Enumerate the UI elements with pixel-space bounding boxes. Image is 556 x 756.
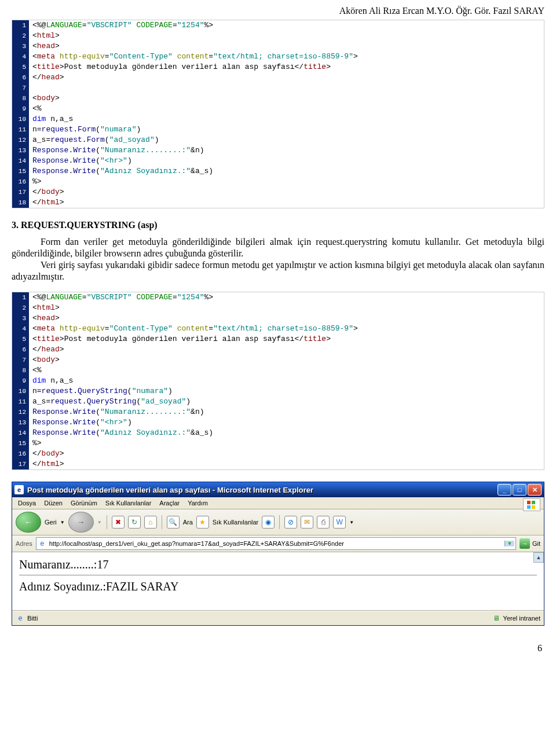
menu-item[interactable]: Araçlar (159, 500, 180, 507)
history-icon[interactable]: ⊘ (284, 516, 297, 529)
line-number: 16 (12, 177, 29, 187)
paragraph-2: Veri giriş sayfası yukarıdaki gibidir sa… (12, 260, 544, 281)
code-line: n=request.Form("numara") (29, 124, 544, 135)
code-line: </html> (29, 197, 544, 208)
menu-item[interactable]: Yardım (188, 500, 208, 507)
code-line: Response.Write("Adınız Soyadınız.:"&a_s) (29, 166, 544, 177)
search-icon[interactable]: 🔍 (167, 516, 180, 529)
line-number: 7 (12, 83, 29, 93)
code-block-2: 1<%@LANGUAGE="VBSCRIPT" CODEPAGE="1254"%… (12, 292, 544, 470)
hr-divider (19, 575, 537, 575)
line-number: 10 (12, 114, 29, 124)
code-line: dim n,a_s (29, 114, 544, 124)
code-line: <body> (29, 355, 544, 365)
code-line: Response.Write("Numaranız........:"&n) (29, 145, 544, 156)
mail-icon[interactable]: ✉ (301, 516, 313, 529)
code-line: </head> (29, 344, 544, 355)
zone-icon: 🖥 (492, 614, 501, 623)
print-icon[interactable]: ⎙ (317, 516, 330, 529)
menu-item[interactable]: Dosya (18, 500, 36, 507)
line-number: 6 (12, 344, 29, 355)
address-input[interactable]: e http://localhost/asp_ders1/veri_oku_ge… (36, 537, 516, 550)
window-title: Post metoduyla gönderilen verileri alan … (27, 486, 498, 494)
stop-icon[interactable]: ✖ (112, 516, 125, 529)
code-line: <html> (29, 31, 544, 41)
refresh-icon[interactable]: ↻ (128, 516, 141, 529)
edit-icon[interactable]: W (333, 516, 346, 529)
menubar: DosyaDüzenGörünümSık KullanılanlarAraçla… (12, 497, 544, 509)
paragraph-1: Form dan veriler get metoduyla gönderild… (12, 237, 544, 258)
paragraph: Form dan veriler get metoduyla gönderild… (12, 236, 544, 282)
windows-flag-icon (523, 498, 540, 511)
line-number: 5 (12, 62, 29, 72)
line-number: 6 (12, 72, 29, 83)
status-done: Bitti (27, 615, 38, 622)
line-number: 5 (12, 334, 29, 344)
code-line: <html> (29, 303, 544, 313)
code-line: Response.Write("Adınız Soyadınız.:"&a_s) (29, 428, 544, 438)
menu-item[interactable]: Sık Kullanılanlar (105, 500, 152, 507)
code-line: Response.Write("<hr>") (29, 417, 544, 428)
line-number: 14 (12, 428, 29, 438)
go-button[interactable]: → Git (520, 538, 540, 549)
code-line: a_s=request.QueryString("ad_soyad") (29, 397, 544, 407)
line-number: 15 (12, 438, 29, 449)
page-number: 6 (12, 643, 542, 654)
favorites-icon[interactable]: ★ (196, 516, 209, 529)
code-line: </body> (29, 187, 544, 197)
code-line: <% (29, 365, 544, 376)
search-label: Ara (183, 519, 193, 526)
line-number: 18 (12, 197, 29, 208)
line-number: 11 (12, 397, 29, 407)
media-icon[interactable]: ◉ (262, 516, 275, 529)
line-number: 12 (12, 135, 29, 145)
address-bar: Adres e http://localhost/asp_ders1/veri_… (12, 535, 544, 552)
code-line: </head> (29, 72, 544, 83)
browser-content: ▲ Numaranız........:17 Adınız Soyadınız.… (12, 552, 544, 611)
minimize-button[interactable]: _ (498, 484, 511, 496)
line-number: 13 (12, 417, 29, 428)
line-number: 1 (12, 20, 29, 31)
line-number: 17 (12, 187, 29, 197)
code-line: n=request.QueryString("numara") (29, 386, 544, 397)
line-number: 8 (12, 93, 29, 104)
line-number: 10 (12, 386, 29, 397)
line-number: 3 (12, 41, 29, 52)
forward-button[interactable]: → (68, 512, 94, 533)
browser-window: e Post metoduyla gönderilen verileri ala… (12, 482, 544, 626)
go-label: Git (532, 540, 540, 547)
done-icon: e (16, 614, 25, 623)
code-line: <meta http-equiv="Content-Type" content=… (29, 52, 544, 62)
home-icon[interactable]: ⌂ (144, 516, 157, 529)
line-number: 2 (12, 31, 29, 41)
output-line-2: Adınız Soyadınız.:FAZIL SARAY (19, 580, 537, 593)
scroll-up-icon[interactable]: ▲ (533, 552, 544, 563)
status-bar: e Bitti 🖥 Yerel intranet (12, 611, 544, 625)
line-number: 9 (12, 376, 29, 386)
menu-item[interactable]: Düzen (44, 500, 63, 507)
code-line: <meta http-equiv="Content-Type" content=… (29, 324, 544, 334)
code-line: a_s=request.Form("ad_soyad") (29, 135, 544, 145)
code-line: <title>Post metoduyla gönderilen veriler… (29, 334, 544, 344)
line-number: 16 (12, 449, 29, 459)
line-number: 13 (12, 145, 29, 156)
favorites-label: Sık Kullanılanlar (213, 519, 259, 526)
go-arrow-icon: → (520, 538, 530, 549)
back-button[interactable]: ← (16, 512, 41, 533)
address-label: Adres (16, 540, 32, 547)
address-dropdown-icon[interactable]: ▼ (504, 541, 514, 546)
titlebar: e Post metoduyla gönderilen verileri ala… (12, 482, 544, 497)
menu-item[interactable]: Görünüm (71, 500, 97, 507)
output-line-1: Numaranız........:17 (19, 558, 537, 571)
line-number: 17 (12, 459, 29, 469)
line-number: 4 (12, 324, 29, 334)
code-line: </body> (29, 449, 544, 459)
close-button[interactable]: ✕ (528, 484, 542, 496)
line-number: 1 (12, 292, 29, 303)
line-number: 3 (12, 313, 29, 324)
line-number: 11 (12, 124, 29, 135)
maximize-button[interactable]: □ (513, 484, 526, 496)
code-line: <%@LANGUAGE="VBSCRIPT" CODEPAGE="1254"%> (29, 20, 544, 31)
back-label: Geri (45, 519, 57, 526)
page-icon: e (38, 539, 47, 548)
